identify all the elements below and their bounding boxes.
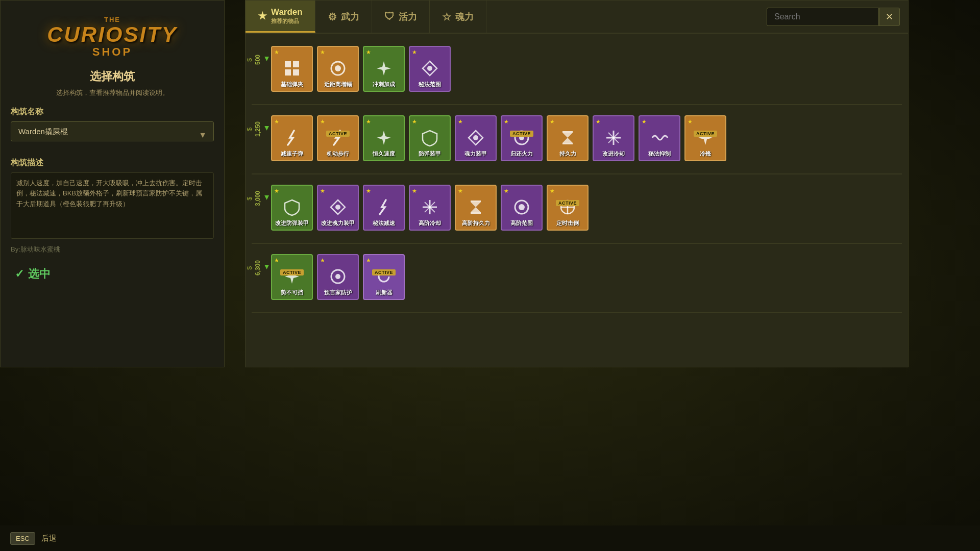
item-star-row: ★ [458, 188, 463, 194]
star-icon: ★ [366, 118, 371, 125]
item-card-improved-cool[interactable]: ★改进冷却 [593, 115, 634, 161]
star-icon: ★ [320, 118, 325, 125]
item-card-ranged-boost[interactable]: ★近距离增幅 [317, 46, 359, 92]
search-close-button[interactable]: ✕ [879, 8, 900, 26]
panel-subtitle: 选择构筑，查看推荐物品并阅读说明。 [11, 88, 214, 97]
item-card-rush-plus[interactable]: ★冲刺加成 [363, 46, 405, 92]
esc-key[interactable]: ESC [10, 532, 35, 545]
item-icon-magic-slow [372, 195, 396, 219]
item-card-eternal-speed[interactable]: ★恒久速度 [363, 115, 405, 161]
item-name-magic-armor: 魂力装甲 [464, 151, 487, 157]
tab-force[interactable]: ⚙ 武力 [315, 1, 372, 33]
svg-point-34 [519, 204, 525, 210]
select-button[interactable]: ✓ 选中 [11, 262, 55, 286]
item-card-improved-magic-armor[interactable]: ★改进魂力装甲 [317, 185, 359, 231]
item-card-regen-fire[interactable]: ★ACTIVE归还火力 [501, 115, 543, 161]
items-row-500: ★基础弹夹★近距离增幅★冲刺加成★秘法范围 [265, 42, 908, 96]
star-icon: ★ [412, 49, 417, 56]
item-card-slow-bullet[interactable]: ★减速子弹 [271, 115, 313, 161]
star-icon: ★ [274, 188, 279, 194]
item-card-mobile-walk[interactable]: ★ACTIVE机动步行 [317, 115, 359, 161]
item-card-magic-suppress[interactable]: ★秘法抑制 [639, 115, 680, 161]
svg-marker-17 [562, 138, 573, 143]
tab-warden-sublabel: 推荐的物品 [271, 17, 303, 25]
item-icon-oracle-shield [326, 265, 350, 288]
star-icon: ★ [642, 118, 647, 125]
star-icon: ★ [366, 257, 371, 264]
item-card-high-endurance[interactable]: ★高阶持久力 [455, 185, 497, 231]
check-icon: ✓ [15, 267, 24, 281]
item-name-improved-cool: 改进冷却 [602, 151, 625, 157]
item-card-high-range[interactable]: ★高阶范围 [501, 185, 543, 231]
active-badge: ACTIVE [326, 131, 350, 137]
price-label-6300: $6,300▲ [246, 250, 265, 291]
separator [252, 312, 902, 313]
svg-rect-3 [293, 69, 299, 76]
item-icon-timed-knockdown [556, 195, 579, 219]
star-icon: ★ [320, 49, 325, 56]
item-card-magic-slow[interactable]: ★秘法减速 [363, 185, 405, 231]
item-card-basic-clip[interactable]: ★基础弹夹 [271, 46, 313, 92]
tab-soul[interactable]: ☆ 魂力 [430, 1, 486, 33]
gear-icon: ⚙ [328, 11, 337, 23]
item-name-regen-fire: 归还火力 [510, 151, 533, 157]
items-area: $500▲★基础弹夹★近距离增幅★冲刺加成★秘法范围$1,250▲★减速子弹★A… [246, 34, 908, 367]
star-icon: ★ [274, 257, 279, 264]
search-box: ✕ [767, 8, 900, 26]
item-star-row: ★ [642, 118, 647, 125]
tab-warden[interactable]: ★ Warden 推荐的物品 [246, 1, 315, 33]
build-desc-text: 减别人速度，加自己速度，开大吸吸吸，冲上去抗伤害。定时击倒，秘法减速，BKB放额… [11, 172, 214, 239]
item-star-row: ★ [274, 257, 279, 264]
back-label: 后退 [41, 534, 57, 543]
item-card-endurance[interactable]: ★持久力 [547, 115, 589, 161]
svg-point-40 [335, 274, 340, 279]
item-star-row: ★ [412, 188, 417, 194]
item-card-improved-bullet-armor[interactable]: ★改进防弹装甲 [271, 185, 313, 231]
item-name-high-endurance: 高阶持久力 [462, 220, 490, 227]
item-icon-rush-plus [372, 57, 396, 80]
build-name-select[interactable]: Warden撬屎棍 [11, 121, 214, 141]
svg-point-5 [335, 65, 341, 71]
price-label-1250: $1,250▲ [246, 111, 265, 152]
separator [252, 173, 902, 174]
item-icon-basic-clip [280, 57, 304, 80]
item-name-magic-suppress: 秘法抑制 [648, 151, 671, 157]
search-input[interactable] [767, 8, 879, 26]
item-card-magic-range[interactable]: ★秘法范围 [409, 46, 451, 92]
tab-activity[interactable]: 🛡 活力 [372, 1, 430, 33]
price-label-500: $500▲ [246, 42, 265, 83]
item-star-row: ★ [274, 188, 279, 194]
star-icon: ★ [458, 188, 463, 194]
item-star-row: ★ [504, 188, 509, 194]
item-name-high-range: 高阶范围 [510, 220, 533, 227]
item-card-bullet-armor[interactable]: ★防弹装甲 [409, 115, 451, 161]
item-star-row: ★ [366, 257, 371, 264]
star-icon: ★ [258, 10, 267, 22]
star-outline-icon: ☆ [442, 11, 451, 23]
tab-activity-label: 活力 [399, 11, 417, 23]
svg-rect-1 [293, 61, 299, 67]
svg-marker-6 [377, 61, 391, 76]
item-name-magic-slow: 秘法减速 [373, 220, 395, 227]
svg-point-8 [427, 66, 432, 71]
item-star-row: ★ [366, 188, 371, 194]
star-icon: ★ [550, 118, 555, 125]
item-card-oracle-shield[interactable]: ★预言家防护 [317, 254, 359, 300]
item-card-timed-knockdown[interactable]: ★ACTIVE定时击倒 [547, 185, 589, 231]
item-card-unstoppable[interactable]: ★ACTIVE势不可挡 [271, 254, 313, 300]
star-icon: ★ [504, 188, 509, 194]
star-icon: ★ [596, 118, 601, 125]
item-card-high-cooldown[interactable]: ★高阶冷却 [409, 185, 451, 231]
item-name-endurance: 持久力 [559, 151, 576, 157]
item-card-refresh[interactable]: ★ACTIVE刷新器 [363, 254, 405, 300]
item-name-timed-knockdown: 定时击倒 [556, 220, 579, 227]
star-icon: ★ [366, 188, 371, 194]
item-star-row: ★ [550, 188, 555, 194]
item-card-magic-armor[interactable]: ★魂力装甲 [455, 115, 497, 161]
item-star-row: ★ [688, 118, 693, 125]
item-name-rush-plus: 冲刺加成 [373, 81, 395, 88]
tab-soul-label: 魂力 [455, 11, 474, 23]
separator [252, 243, 902, 244]
item-card-cold-spike[interactable]: ★ACTIVE冷锋 [684, 115, 726, 161]
star-icon: ★ [412, 188, 417, 194]
